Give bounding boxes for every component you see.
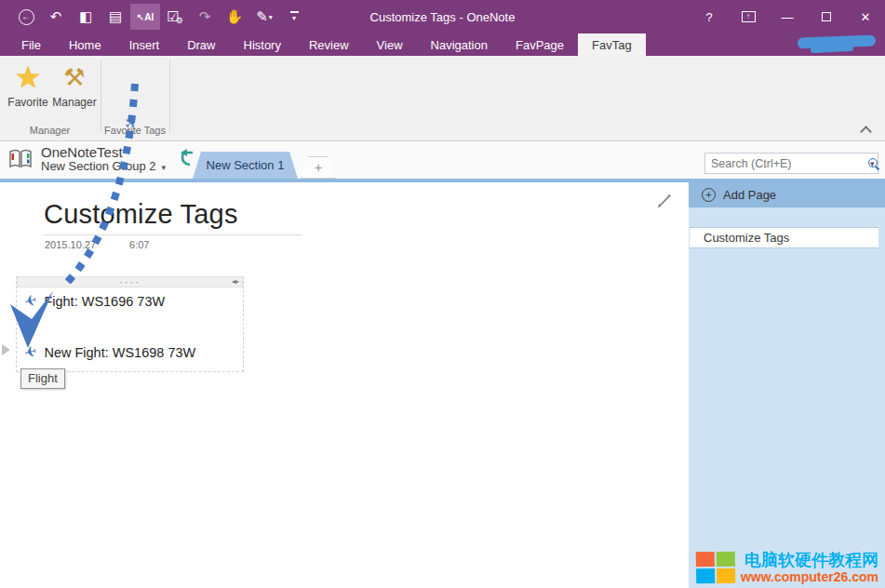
gear-icon: ⚙ <box>176 16 183 25</box>
airplane-tag-icon[interactable]: ✈ <box>22 291 39 312</box>
page-list-item-selected[interactable]: Customize Tags <box>690 227 878 248</box>
more-icon: ▾ <box>290 11 299 22</box>
chevron-down-icon: ▾ <box>269 13 273 21</box>
back-button[interactable]: ← <box>11 4 41 30</box>
page-time: 6:07 <box>129 239 149 250</box>
dock-panel-icon: ◧ <box>79 8 92 25</box>
ribbon-display-options-button[interactable]: ↑ <box>729 0 768 33</box>
back-icon: ← <box>19 9 34 25</box>
notebook-nav-row: OneNoteTest New Section Group 2 ▾ New Se… <box>0 141 885 179</box>
page-date: 2015.10.27 <box>45 239 96 250</box>
customize-qat-button[interactable]: ▾ <box>279 4 309 30</box>
tag-settings-button[interactable]: ☑⚙ <box>160 4 190 30</box>
ribbon-group-manager-label: Manager <box>0 125 100 136</box>
tab-insert[interactable]: Insert <box>115 33 174 56</box>
favorite-button[interactable]: ★ Favorite <box>6 60 50 121</box>
tab-review[interactable]: Review <box>295 33 363 56</box>
watermark: 电脑软硬件教程网 www.computer26.com <box>696 552 878 584</box>
pens-icon: ✎ <box>256 8 268 25</box>
ribbon-group-favorite-tags-label: Favorite Tags <box>101 125 169 136</box>
undo-icon: ↶ <box>50 8 62 25</box>
select-type-button[interactable]: ↖AI <box>130 4 160 30</box>
maximize-icon <box>822 12 831 21</box>
tab-file[interactable]: File <box>7 33 55 56</box>
page-canvas[interactable]: Customize Tags 2015.10.27 6:07 ···· ◂▸ ✈… <box>0 182 689 588</box>
maximize-button[interactable] <box>807 0 846 33</box>
help-button[interactable]: ? <box>690 0 729 33</box>
search-box: ▾ <box>704 153 878 174</box>
onenote-window: ← ↶ ◧ ▤ ↖AI ☑⚙ ↷ ✋ ✎▾ ▾ Customize Tags -… <box>0 0 885 588</box>
minimize-icon: — <box>782 10 794 24</box>
chevron-down-icon: ▾ <box>162 163 167 172</box>
ribbon-separator <box>169 60 170 132</box>
dock-to-desktop-button[interactable]: ◧ <box>71 4 101 30</box>
note-container-handle[interactable]: ···· ◂▸ <box>17 276 243 287</box>
tab-navigation[interactable]: Navigation <box>417 33 502 56</box>
minimize-button[interactable]: — <box>768 0 807 33</box>
page-date-time: 2015.10.27 6:07 <box>45 239 149 250</box>
notebook-icon <box>7 148 34 170</box>
airplane-tag-icon[interactable]: ✈ <box>22 342 39 363</box>
page-list-sidebar: + Add Page Customize Tags 电脑软硬件教程网 www.c… <box>689 182 885 588</box>
section-tab-new-section-1[interactable]: New Section 1 <box>193 152 298 179</box>
section-tabs: New Section 1 + <box>193 152 336 179</box>
expand-page-icon[interactable] <box>657 194 672 208</box>
undo-button[interactable]: ↶ <box>41 4 71 30</box>
ribbon: ★ Favorite ⚒ Manager Manager ✈ Favorite … <box>0 56 885 141</box>
hand-icon: ✋ <box>226 8 244 25</box>
watermark-site-name: 电脑软硬件教程网 <box>744 552 878 570</box>
tab-draw[interactable]: Draw <box>173 33 229 56</box>
ribbon-options-icon: ↑ <box>742 11 756 22</box>
new-section-button[interactable]: + <box>301 156 336 179</box>
redo-icon: ↷ <box>199 8 211 25</box>
ribbon-tab-row: File Home Insert Draw History Review Vie… <box>0 33 885 56</box>
close-button[interactable]: ✕ <box>846 0 885 33</box>
title-bar: ← ↶ ◧ ▤ ↖AI ☑⚙ ↷ ✋ ✎▾ ▾ Customize Tags -… <box>0 0 885 33</box>
title-divider <box>44 234 302 235</box>
tab-home[interactable]: Home <box>55 33 115 56</box>
resize-handle-icon[interactable]: ◂▸ <box>232 277 239 287</box>
search-input[interactable] <box>705 157 866 170</box>
page-title[interactable]: Customize Tags <box>44 199 238 230</box>
manager-button[interactable]: ⚒ Manager <box>52 60 97 121</box>
drag-handle-dots-icon: ···· <box>18 278 242 286</box>
note-container[interactable]: ···· ◂▸ ✈ Fight: WS1696 73W ✈ New Fight:… <box>16 276 244 372</box>
tab-favtag-active[interactable]: FavTag <box>578 33 646 56</box>
collapse-ribbon-icon[interactable] <box>862 125 870 133</box>
window-controls: ? ↑ — ✕ <box>690 0 885 33</box>
full-page-view-button[interactable]: ▤ <box>101 4 130 30</box>
note-line-text: New Fight: WS1698 73W <box>44 345 195 360</box>
note-line-flight[interactable]: ✈ Fight: WS1696 73W <box>24 292 165 310</box>
note-line-text: Fight: WS1696 73W <box>44 294 165 309</box>
paragraph-handle-icon[interactable] <box>2 344 10 355</box>
quick-access-toolbar: ← ↶ ◧ ▤ ↖AI ☑⚙ ↷ ✋ ✎▾ ▾ <box>0 4 309 30</box>
pens-button[interactable]: ✎▾ <box>249 4 279 30</box>
panning-hand-button[interactable]: ✋ <box>220 4 249 30</box>
watermark-url: www.computer26.com <box>741 570 878 584</box>
notebook-name: OneNoteTest <box>41 144 166 160</box>
notebook-dropdown[interactable]: OneNoteTest New Section Group 2 ▾ <box>7 144 197 174</box>
star-icon: ★ <box>15 62 42 92</box>
add-page-button[interactable]: + Add Page <box>689 182 885 207</box>
tab-view[interactable]: View <box>363 33 417 56</box>
cursor-ai-icon: ↖AI <box>137 12 154 22</box>
windows-logo-icon <box>696 552 736 584</box>
tab-history[interactable]: History <box>230 33 295 56</box>
plus-circle-icon: + <box>702 188 716 202</box>
help-icon: ? <box>705 10 712 24</box>
list-view-icon: ▤ <box>109 8 122 25</box>
tag-tooltip: Flight <box>20 368 65 389</box>
toolbox-icon: ⚒ <box>63 65 85 89</box>
close-icon: ✕ <box>861 10 871 24</box>
tab-favpage[interactable]: FavPage <box>502 33 578 56</box>
redaction-scribble <box>811 45 853 53</box>
redo-button[interactable]: ↷ <box>190 4 220 30</box>
note-line-new-flight[interactable]: ✈ New Fight: WS1698 73W <box>24 343 195 361</box>
ribbon-separator <box>101 60 101 132</box>
section-group-name: New Section Group 2 <box>41 160 156 174</box>
